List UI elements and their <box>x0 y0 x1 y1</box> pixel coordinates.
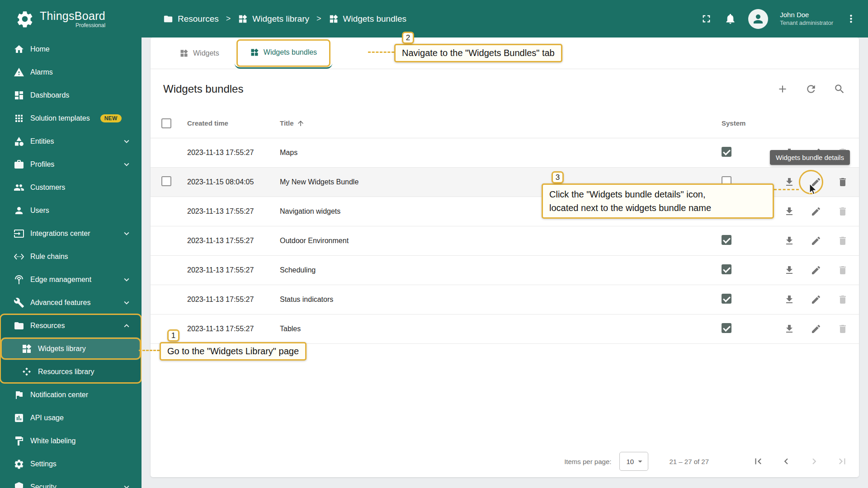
previous-page-button[interactable] <box>780 455 792 467</box>
system-checkbox[interactable] <box>722 323 731 333</box>
delete-icon <box>837 265 848 276</box>
bundle-details-button[interactable] <box>811 265 821 276</box>
export-bundle-button[interactable] <box>784 265 795 276</box>
download-icon <box>784 235 795 246</box>
bundle-details-button[interactable] <box>811 177 821 188</box>
tab-widgets-bundles[interactable]: Widgets bundles <box>235 38 332 69</box>
column-header-created-time[interactable]: Created time <box>187 119 280 127</box>
bundle-details-button[interactable] <box>811 324 821 334</box>
user-info[interactable]: John Doe Tenant administrator <box>780 10 833 27</box>
notification-icon <box>14 389 24 400</box>
system-checkbox[interactable] <box>722 294 731 304</box>
first-page-button[interactable] <box>752 455 764 467</box>
delete-bundle-button[interactable] <box>837 147 848 158</box>
sidebar-item-notification-center[interactable]: Notification center <box>0 383 142 406</box>
sidebar-item-rule-chains[interactable]: Rule chains <box>0 245 142 268</box>
sidebar-item-entities[interactable]: Entities <box>0 130 142 153</box>
fullscreen-button[interactable] <box>700 13 712 25</box>
alarms-icon <box>14 67 24 78</box>
breadcrumb-item-widgets-bundles[interactable]: Widgets bundles <box>329 14 406 24</box>
avatar[interactable] <box>748 9 768 29</box>
search-button[interactable] <box>834 83 845 95</box>
sidebar-item-dashboards[interactable]: Dashboards <box>0 84 142 107</box>
bundle-details-button[interactable] <box>811 294 821 305</box>
breadcrumb-item-resources[interactable]: Resources <box>163 14 219 24</box>
next-page-button[interactable] <box>808 455 820 467</box>
sidebar-item-api-usage[interactable]: API usage <box>0 406 142 429</box>
tab-widgets[interactable]: Widgets <box>164 38 235 69</box>
add-widgets-bundle-button[interactable] <box>777 83 788 95</box>
sidebar-item-home[interactable]: Home <box>0 38 142 61</box>
sidebar-item-edge-management[interactable]: Edge management <box>0 268 142 291</box>
sidebar-item-settings[interactable]: Settings <box>0 452 142 475</box>
sidebar-item-users[interactable]: Users <box>0 199 142 222</box>
first-page-icon <box>752 455 764 467</box>
table-row[interactable]: 2023-11-15 08:04:05 My New Widgets Bundl… <box>151 168 859 197</box>
edge-management-icon <box>14 274 24 285</box>
delete-bundle-button[interactable] <box>837 294 848 305</box>
bundle-details-button[interactable] <box>811 206 821 217</box>
sidebar-item-label: White labeling <box>30 437 76 445</box>
sidebar-item-label: Widgets library <box>38 345 86 353</box>
system-checkbox[interactable] <box>722 235 731 245</box>
delete-bundle-button[interactable] <box>837 235 848 246</box>
export-bundle-button[interactable] <box>784 206 795 217</box>
refresh-button[interactable] <box>805 83 817 95</box>
table-row[interactable]: 2023-11-13 17:55:27 Outdoor Environment <box>151 226 859 256</box>
sidebar-item-alarms[interactable]: Alarms <box>0 61 142 84</box>
sidebar-item-solution-templates[interactable]: Solution templatesNEW <box>0 107 142 130</box>
column-header-system[interactable]: System <box>722 119 780 127</box>
sidebar-item-resources-library[interactable]: Resources library <box>0 360 142 383</box>
bundle-details-button[interactable] <box>811 147 821 158</box>
last-page-button[interactable] <box>836 455 848 467</box>
sidebar-item-security[interactable]: Security <box>0 475 142 488</box>
sidebar-item-customers[interactable]: Customers <box>0 176 142 199</box>
edit-icon <box>811 265 821 276</box>
column-header-title[interactable]: Title <box>280 119 722 127</box>
table-row[interactable]: 2023-11-13 17:55:27 Maps <box>151 138 859 168</box>
arrow-up-icon <box>297 119 305 127</box>
sidebar-item-advanced-features[interactable]: Advanced features <box>0 291 142 314</box>
bundle-details-button[interactable] <box>811 235 821 246</box>
chevron-down-icon <box>122 229 132 239</box>
resources-library-icon <box>21 366 32 377</box>
system-checkbox[interactable] <box>722 147 731 157</box>
sidebar-item-widgets-library[interactable]: Widgets library <box>0 337 142 360</box>
sort-ascending-icon <box>297 119 305 127</box>
page-size-select[interactable]: 10 <box>619 452 648 471</box>
table-row[interactable]: 2023-11-13 17:55:27 Scheduling <box>151 256 859 285</box>
sidebar-item-white-labeling[interactable]: White labeling <box>0 429 142 452</box>
export-bundle-button[interactable] <box>784 324 795 334</box>
select-all-checkbox[interactable] <box>161 118 171 128</box>
breadcrumb-item-widgets-library[interactable]: Widgets library <box>238 14 309 24</box>
user-menu-button[interactable] <box>845 13 857 25</box>
delete-icon <box>837 324 848 334</box>
download-icon <box>784 177 795 188</box>
sidebar-item-resources[interactable]: Resources <box>0 314 142 337</box>
row-checkbox[interactable] <box>161 176 171 186</box>
system-checkbox[interactable] <box>722 206 731 216</box>
sidebar-item-integrations-center[interactable]: Integrations center <box>0 222 142 245</box>
delete-bundle-button[interactable] <box>837 206 848 217</box>
export-bundle-button[interactable] <box>784 235 795 246</box>
delete-bundle-button[interactable] <box>837 265 848 276</box>
paginator: Items per page: 10 21 – 27 of 27 <box>151 446 859 477</box>
plus-icon <box>777 83 788 95</box>
export-bundle-button[interactable] <box>784 177 795 188</box>
system-checkbox[interactable] <box>722 176 731 186</box>
table-row[interactable]: 2023-11-13 17:55:27 Status indicators <box>151 285 859 314</box>
page-title: Widgets bundles <box>163 83 243 95</box>
sidebar-item-profiles[interactable]: Profiles <box>0 153 142 176</box>
system-checkbox[interactable] <box>722 264 731 274</box>
table-row[interactable]: 2023-11-13 17:55:27 Navigation widgets <box>151 197 859 226</box>
brand-logo[interactable]: ThingsBoard Professional <box>0 0 142 38</box>
delete-bundle-button[interactable] <box>837 177 848 188</box>
notifications-button[interactable] <box>724 13 736 25</box>
sidebar-item-label: Security <box>30 483 57 488</box>
table-row[interactable]: 2023-11-13 17:55:27 Tables <box>151 314 859 344</box>
cell-title: Status indicators <box>280 296 722 304</box>
export-bundle-button[interactable] <box>784 147 795 158</box>
export-bundle-button[interactable] <box>784 294 795 305</box>
delete-bundle-button[interactable] <box>837 324 848 334</box>
chevron-down-icon <box>122 136 132 146</box>
